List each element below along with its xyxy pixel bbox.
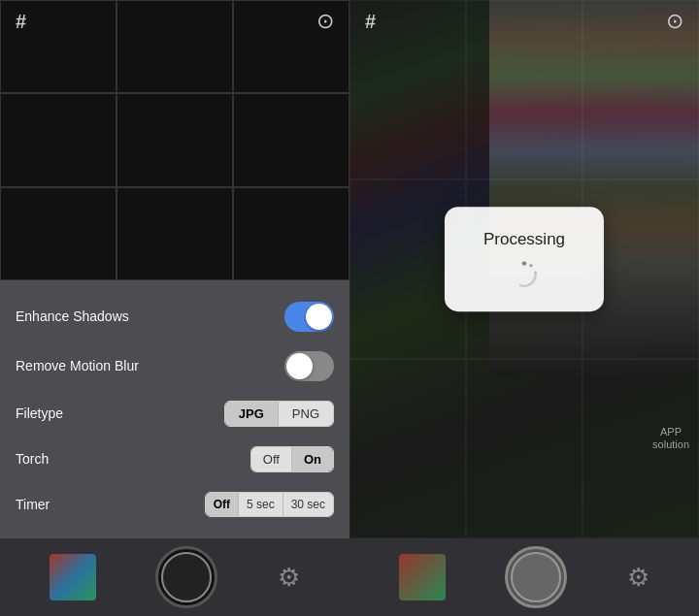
camera-flip-icon[interactable]: ⊙	[316, 9, 334, 34]
enhance-shadows-control	[284, 302, 334, 332]
timer-row: Timer Off 5 sec 30 sec	[0, 482, 350, 527]
watermark-line2: solution	[652, 438, 689, 451]
left-panel: # ⊙ Enhance Shadows	[0, 0, 350, 616]
toggle-knob	[286, 353, 313, 379]
timer-5sec-button[interactable]: 5 sec	[238, 493, 283, 516]
left-viewfinder: # ⊙	[0, 0, 350, 280]
torch-off-button[interactable]: Off	[251, 447, 291, 471]
right-panel: # ⊙ Processing	[350, 0, 699, 616]
timer-label: Timer	[16, 497, 205, 513]
grid-cell	[350, 359, 466, 538]
right-grid-icon[interactable]: #	[365, 11, 376, 33]
shutter-button[interactable]	[155, 546, 217, 608]
filetype-row: Filetype JPG PNG	[0, 391, 350, 437]
right-thumbnail-image	[399, 554, 446, 600]
svg-point-1	[522, 261, 527, 266]
spinner	[511, 261, 538, 288]
filetype-control: JPG PNG	[224, 401, 334, 427]
filetype-png-button[interactable]: PNG	[278, 402, 333, 426]
settings-icon[interactable]: ⚙	[278, 563, 300, 593]
timer-control: Off 5 sec 30 sec	[205, 492, 334, 517]
remove-motion-blur-control	[284, 351, 334, 381]
toggle-knob	[306, 304, 332, 330]
grid-cell	[0, 187, 116, 280]
processing-title: Processing	[483, 230, 565, 249]
enhance-shadows-row: Enhance Shadows	[0, 292, 350, 341]
left-top-bar: # ⊙	[0, 0, 350, 43]
torch-label: Torch	[16, 451, 250, 468]
right-thumbnail-preview[interactable]	[399, 554, 446, 600]
grid-cell	[233, 93, 350, 186]
processing-dialog: Processing	[445, 207, 604, 311]
settings-panel: Enhance Shadows Remove Motion Blur Filet…	[0, 280, 350, 538]
grid-cell	[0, 93, 116, 186]
remove-motion-blur-row: Remove Motion Blur	[0, 341, 350, 391]
right-camera-flip-icon[interactable]: ⊙	[666, 9, 683, 34]
thumbnail-image	[50, 554, 96, 600]
grid-icon[interactable]: #	[16, 11, 26, 33]
shutter-inner	[161, 552, 212, 602]
svg-point-4	[534, 276, 536, 277]
app-watermark: APP solution	[652, 426, 689, 451]
right-settings-icon[interactable]: ⚙	[627, 563, 649, 593]
svg-point-2	[529, 264, 533, 268]
torch-on-button[interactable]: On	[291, 447, 333, 471]
enhance-shadows-label: Enhance Shadows	[16, 308, 284, 325]
torch-row: Torch Off On	[0, 437, 350, 482]
torch-control: Off On	[250, 446, 334, 472]
remove-motion-blur-label: Remove Motion Blur	[16, 358, 284, 374]
filetype-label: Filetype	[16, 405, 224, 422]
grid-cell	[116, 93, 233, 186]
right-viewfinder: # ⊙ Processing	[350, 0, 699, 538]
grid-cell	[466, 359, 582, 538]
svg-point-5	[530, 282, 532, 284]
filetype-jpg-button[interactable]: JPG	[225, 402, 278, 426]
left-bottom-bar: ⚙	[0, 538, 350, 616]
right-shutter-button[interactable]	[505, 546, 567, 608]
grid-cell	[233, 187, 350, 280]
timer-30sec-button[interactable]: 30 sec	[283, 493, 333, 516]
right-bottom-bar: ⚙	[350, 538, 699, 616]
enhance-shadows-toggle[interactable]	[284, 302, 334, 332]
right-shutter-inner	[511, 552, 561, 602]
remove-motion-blur-toggle[interactable]	[284, 351, 334, 381]
thumbnail-preview[interactable]	[50, 554, 96, 600]
right-top-bar: # ⊙	[350, 0, 699, 43]
watermark-line1: APP	[652, 426, 689, 438]
svg-point-3	[534, 271, 537, 274]
grid-cell	[116, 187, 233, 280]
timer-off-button[interactable]: Off	[206, 493, 238, 516]
